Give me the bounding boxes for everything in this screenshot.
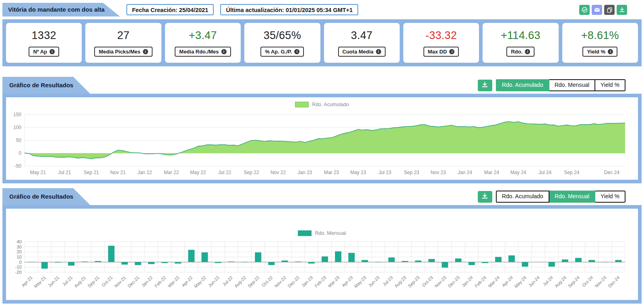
svg-text:Mar 24: Mar 24 (484, 170, 500, 175)
svg-text:Sep 21: Sep 21 (84, 170, 99, 175)
bar-Nov-24 (602, 262, 608, 262)
info-icon[interactable]: i (376, 49, 381, 54)
tab-rdo-mensual[interactable]: Rdo. Mensual (549, 191, 595, 203)
tab-yield[interactable]: Yield % (595, 79, 625, 91)
info-icon[interactable]: i (449, 49, 454, 54)
svg-text:Aug-23: Aug-23 (394, 275, 407, 289)
header-actions (579, 5, 627, 15)
bar-Apr-21 (28, 262, 35, 262)
bar-Mar-23 (335, 251, 341, 262)
svg-text:40: 40 (17, 239, 22, 244)
bar-Jul-23 (388, 257, 395, 262)
stat-label-pill[interactable]: Yield %i (582, 47, 617, 57)
stat-label-pill[interactable]: Cuota Mediai (338, 47, 386, 57)
bar-Oct-21 (108, 246, 115, 262)
chart-download-button[interactable] (478, 191, 492, 203)
svg-text:Nov-23: Nov-23 (433, 275, 447, 289)
tab-rdo-mensual[interactable]: Rdo. Mensual (549, 79, 595, 91)
svg-text:Oct-23: Oct-23 (421, 275, 434, 288)
download-button[interactable] (617, 5, 627, 15)
chart-tabs: Rdo. AcumuladoRdo. MensualYield % (496, 191, 625, 203)
legend-label: Rdo. Acumulado (312, 102, 349, 107)
svg-text:Apr-22: Apr-22 (181, 275, 194, 288)
svg-text:May 23: May 23 (350, 170, 366, 175)
svg-text:Jan-23: Jan-23 (301, 275, 314, 288)
svg-text:Jul 24: Jul 24 (539, 170, 551, 175)
section-head-acumulado: Gráfico de Resultados Rdo. AcumuladoRdo.… (2, 77, 642, 94)
svg-text:May-22: May-22 (193, 275, 207, 289)
svg-text:Jul-21: Jul-21 (62, 275, 74, 287)
svg-text:Aug-24: Aug-24 (554, 275, 568, 289)
creation-date-box: Fecha Creación: 25/04/2021 (126, 4, 214, 15)
header: Vitória do mandante com dos alta Fecha C… (2, 2, 627, 17)
stat-label-pill[interactable]: Nº Api (29, 47, 59, 57)
stat-card: 27Media Picks/Mesi (85, 23, 161, 63)
svg-text:0: 0 (19, 150, 21, 156)
legend-swatch-bar (298, 230, 312, 236)
info-icon[interactable]: i (608, 49, 613, 54)
cumulative-area-chart: 150100500-50May 21Jul 21Sep 21Nov 21Jan … (6, 109, 638, 180)
svg-text:10: 10 (17, 255, 22, 259)
legend-label: Rdo. Mensual (315, 230, 346, 236)
bar-Jan-24 (469, 262, 475, 265)
info-icon[interactable]: i (50, 49, 55, 54)
bar-Jun-21 (55, 262, 61, 263)
bar-Sep-21 (95, 261, 101, 262)
stat-label-pill[interactable]: % Ap. G./P.i (260, 47, 304, 57)
svg-text:May-21: May-21 (33, 275, 47, 289)
tab-rdo-acumulado[interactable]: Rdo. Acumulado (496, 79, 549, 91)
bar-May-22 (202, 253, 208, 262)
stat-label: Media Rdo./Mes (179, 49, 219, 55)
stat-card: 1332Nº Api (6, 23, 82, 63)
info-icon[interactable]: i (294, 49, 299, 54)
svg-text:Dec 24: Dec 24 (604, 170, 619, 175)
svg-text:Feb-24: Feb-24 (474, 275, 487, 288)
svg-text:Oct-24: Oct-24 (581, 275, 594, 288)
stat-label-pill[interactable]: Rdo.i (506, 47, 535, 57)
svg-text:Aug-22: Aug-22 (233, 275, 247, 289)
chart-legend: Rdo. Mensual (6, 229, 638, 238)
svg-text:Jul-24: Jul-24 (542, 275, 554, 287)
svg-text:Dec-24: Dec-24 (607, 275, 621, 289)
tab-yield[interactable]: Yield % (595, 191, 625, 203)
bar-Nov-22 (282, 261, 288, 262)
bar-Jan-22 (148, 262, 155, 264)
svg-text:50: 50 (16, 138, 22, 143)
svg-text:Jul 22: Jul 22 (218, 170, 231, 175)
stat-label-pill[interactable]: Media Rdo./Mesi (175, 47, 231, 57)
stat-label-pill[interactable]: Media Picks/Mesi (94, 47, 152, 57)
bar-Oct-22 (268, 262, 275, 265)
svg-text:Apr-24: Apr-24 (501, 275, 514, 288)
bar-Jan-23 (308, 262, 315, 264)
info-icon[interactable]: i (143, 49, 148, 54)
stat-card: -33.32Max DDi (403, 23, 479, 63)
svg-text:May-24: May-24 (513, 275, 527, 289)
bar-Dec-22 (295, 261, 301, 262)
svg-text:Nov 21: Nov 21 (110, 170, 126, 175)
svg-text:100: 100 (13, 125, 21, 130)
mail-button[interactable] (592, 5, 602, 15)
tab-rdo-acumulado[interactable]: Rdo. Acumulado (496, 191, 549, 203)
page-title: Vitória do mandante com dos alta (2, 3, 120, 16)
svg-text:Jun-21: Jun-21 (47, 275, 60, 288)
chart-controls: Rdo. AcumuladoRdo. MensualYield % (478, 191, 642, 203)
svg-text:Mar-23: Mar-23 (327, 275, 340, 288)
svg-text:Apr-21: Apr-21 (21, 275, 33, 288)
copy-button[interactable] (604, 5, 615, 15)
svg-text:Sep 23: Sep 23 (404, 170, 419, 175)
stats-band: 1332Nº Api27Media Picks/Mesi+3.47Media R… (2, 19, 642, 66)
envelope-icon (594, 6, 601, 13)
legend-swatch-area (295, 102, 309, 107)
bar-Dec-23 (455, 259, 462, 262)
svg-text:Nov-22: Nov-22 (273, 275, 287, 289)
chart-download-button[interactable] (478, 80, 492, 91)
info-icon[interactable]: i (525, 49, 530, 54)
svg-text:Sep 22: Sep 22 (244, 170, 259, 175)
svg-text:Jun-23: Jun-23 (367, 275, 380, 288)
stat-label-pill[interactable]: Max DDi (423, 47, 459, 57)
check-circle-button[interactable] (579, 5, 590, 15)
info-icon[interactable]: i (221, 49, 227, 54)
svg-text:Sep-23: Sep-23 (407, 275, 421, 289)
section-title: Gráfico de Resultados (2, 77, 90, 94)
svg-text:-10: -10 (15, 265, 22, 269)
